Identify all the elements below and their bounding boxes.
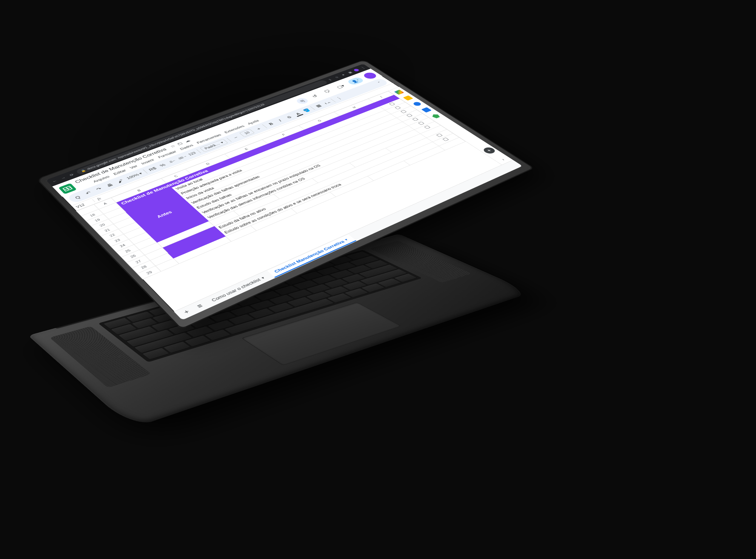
extensions-icon[interactable]: ✦ xyxy=(340,73,346,77)
column-header-D[interactable]: D xyxy=(185,154,230,174)
share-link-icon[interactable]: ⇪ xyxy=(326,78,333,81)
cloud-saved-icon: ☁ xyxy=(183,138,192,143)
tab-dropdown-icon[interactable]: ▼ xyxy=(343,238,349,241)
merge-cells-icon[interactable]: ⫞⫠ xyxy=(322,100,332,105)
font-family-dropdown[interactable]: Padrã… ▾ xyxy=(200,139,228,152)
checkbox-cell[interactable] xyxy=(402,114,428,126)
screen-content: ← → ⟳ 🔒 docs.google.com/spreadsheets/d/1… xyxy=(46,64,523,320)
checkbox-cell[interactable] xyxy=(414,121,441,134)
maps-icon[interactable] xyxy=(431,113,441,119)
reload-icon[interactable]: ⟳ xyxy=(68,172,76,177)
version-history-icon[interactable]: ↺ xyxy=(307,92,322,100)
menu-inserir[interactable]: Inserir xyxy=(140,158,155,165)
star-outline-icon[interactable]: ☆ xyxy=(169,144,177,149)
checkbox-cell[interactable] xyxy=(397,110,423,122)
checkbox-cell[interactable] xyxy=(385,102,411,114)
side-panel: + › xyxy=(388,87,513,165)
account-avatar[interactable] xyxy=(362,71,379,80)
hide-side-panel-icon[interactable]: › xyxy=(500,158,506,161)
tasks-icon[interactable] xyxy=(412,101,422,107)
url-path: /spreadsheets/d/1_ZBoVj6kq4z0aFxh7jWrzEt… xyxy=(117,103,265,159)
format-currency-button[interactable]: R$ xyxy=(147,166,158,172)
move-folder-icon[interactable]: 🗀 xyxy=(176,141,184,146)
url-host: docs.google.com xyxy=(86,158,117,170)
activity-dashboard-button[interactable]: ≡̱ xyxy=(294,97,309,105)
checkbox-cell[interactable] xyxy=(391,106,417,118)
menu-extensões[interactable]: Extensões xyxy=(223,124,245,134)
trackpad xyxy=(241,302,401,366)
comments-icon[interactable]: 🗨 xyxy=(320,88,335,95)
profile-avatar-small[interactable] xyxy=(353,68,360,72)
fill-color-icon[interactable]: 🪣 xyxy=(302,108,312,113)
checkbox-cell[interactable] xyxy=(433,134,459,146)
lock-icon: 🔒 xyxy=(80,169,86,172)
undo-icon[interactable]: ↶ xyxy=(83,190,94,196)
search-menu-icon[interactable]: Q xyxy=(72,194,83,201)
forward-icon[interactable]: → xyxy=(59,175,68,181)
contacts-icon[interactable] xyxy=(421,107,432,112)
font-size-input[interactable]: 10 xyxy=(239,129,255,137)
checkbox-cell[interactable] xyxy=(427,129,453,142)
more-formats-button[interactable]: 123 xyxy=(187,151,197,157)
zoom-dropdown[interactable]: 100% ▾ xyxy=(125,171,143,180)
menu-formatar[interactable]: Formatar xyxy=(157,150,177,159)
column-header-G[interactable]: G xyxy=(299,112,340,130)
text-color-button[interactable]: A xyxy=(293,111,303,116)
format-percent-button[interactable]: % xyxy=(157,162,168,168)
add-ons-plus-icon[interactable]: + xyxy=(482,146,497,155)
bold-button[interactable]: B xyxy=(266,121,276,127)
collapse-toolbar-icon[interactable]: ˆ xyxy=(375,80,385,85)
increase-font-size-button[interactable]: + xyxy=(253,126,264,131)
paint-format-icon[interactable]: 🖌 xyxy=(114,178,125,184)
speaker-right xyxy=(370,241,471,283)
more-toolbar-icon[interactable]: ⋮ xyxy=(334,95,344,101)
borders-icon[interactable]: ▦ xyxy=(314,103,324,109)
menu-ver[interactable]: Ver xyxy=(129,164,139,170)
menu-dados[interactable]: Dados xyxy=(179,143,194,150)
tab-dropdown-icon[interactable]: ▼ xyxy=(260,276,266,280)
print-icon[interactable]: 🖶 xyxy=(104,182,115,188)
calendar-icon[interactable] xyxy=(394,90,404,95)
column-header-I[interactable]: I xyxy=(368,91,394,103)
url-bar[interactable]: 🔒 docs.google.com/spreadsheets/d/1_ZBoVj… xyxy=(75,80,328,175)
decrease-decimal-button[interactable]: .0← xyxy=(167,158,178,164)
increase-decimal-button[interactable]: .00→ xyxy=(177,154,188,160)
italic-button[interactable]: I xyxy=(275,118,285,123)
laptop-screen-bezel: ← → ⟳ 🔒 docs.google.com/spreadsheets/d/1… xyxy=(36,60,534,330)
menu-ajuda[interactable]: Ajuda xyxy=(246,119,260,126)
decrease-font-size-button[interactable]: − xyxy=(230,134,241,140)
strikethrough-button[interactable]: S xyxy=(284,114,294,120)
keep-icon[interactable] xyxy=(403,95,413,101)
share-button[interactable]: 👤⁺ xyxy=(346,77,365,86)
browser-toolbar: ← → ⟳ 🔒 docs.google.com/spreadsheets/d/1… xyxy=(46,64,371,186)
column-header-E[interactable]: E xyxy=(225,140,268,158)
meet-icon[interactable]: ▢▾ xyxy=(332,83,349,91)
kebab-icon[interactable]: ⋮ xyxy=(359,66,366,69)
checkbox-cell[interactable] xyxy=(408,117,434,129)
google-sheets-logo-icon[interactable] xyxy=(58,183,77,194)
menu-ferramentas[interactable]: Ferramentas xyxy=(196,133,222,144)
puzzle-icon[interactable]: ▣ xyxy=(346,71,353,74)
back-icon[interactable]: ← xyxy=(51,178,59,184)
redo-icon[interactable]: ↷ xyxy=(94,186,105,192)
column-header-H[interactable]: H xyxy=(334,99,374,116)
checkbox-cell[interactable] xyxy=(379,98,405,110)
column-header-F[interactable]: F xyxy=(262,126,304,144)
star-icon[interactable]: ☆ xyxy=(333,75,340,79)
